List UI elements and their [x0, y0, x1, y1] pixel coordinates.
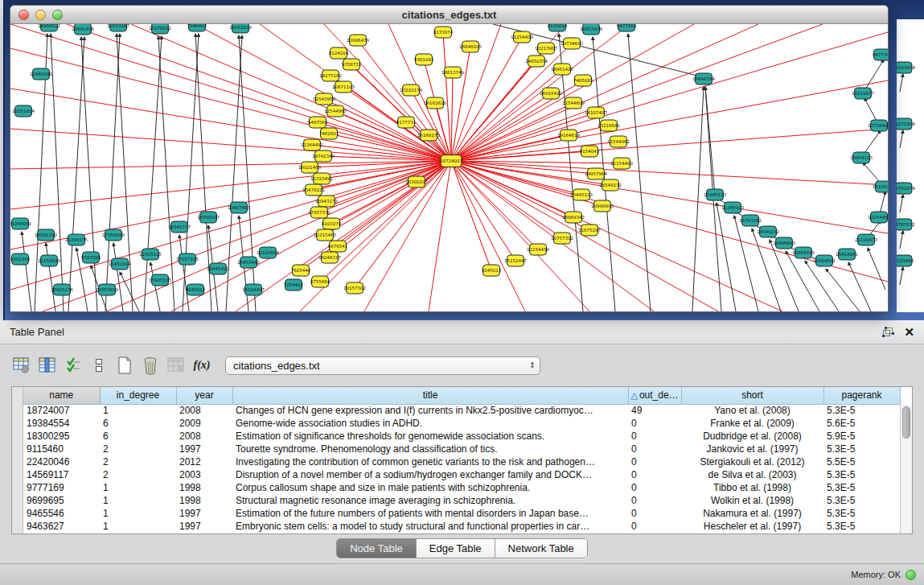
column-header-title[interactable]: title: [232, 387, 628, 404]
cell-pagerank[interactable]: 5.9E-5: [823, 430, 900, 443]
background-network-window[interactable]: 121036541117290415751074167870329129966: [897, 19, 924, 312]
cell-year[interactable]: 2003: [176, 468, 232, 481]
cell-name[interactable]: 9463627: [23, 520, 100, 533]
tab-node-table[interactable]: Node Table: [337, 539, 417, 558]
column-header-year[interactable]: year: [176, 387, 232, 404]
cell-short[interactable]: Franke et al. (2009): [681, 417, 823, 430]
table-grid[interactable]: name in_degree year title △out_de… short…: [23, 387, 912, 534]
tab-network-table[interactable]: Network Table: [495, 539, 587, 558]
cell-year[interactable]: 1997: [176, 507, 232, 520]
cell-year[interactable]: 1997: [176, 520, 232, 533]
cell-out_degree[interactable]: 49: [628, 404, 681, 417]
column-header-in-degree[interactable]: in_degree: [100, 387, 176, 404]
cell-name[interactable]: 9465546: [23, 507, 100, 520]
minimize-window-icon[interactable]: [35, 10, 46, 20]
cell-title[interactable]: Estimation of the future numbers of pati…: [232, 507, 628, 520]
cell-title[interactable]: Corpus callosum shape and size in male p…: [232, 481, 628, 494]
select-columns-icon[interactable]: [37, 355, 58, 376]
cell-in_degree[interactable]: 2: [100, 468, 176, 481]
stacked-rows-icon[interactable]: [88, 355, 109, 376]
cell-name[interactable]: 18724007: [23, 404, 100, 417]
new-table-icon[interactable]: [114, 355, 135, 376]
cell-out_degree[interactable]: 0: [628, 430, 681, 443]
cell-title[interactable]: Disruption of a novel member of a sodium…: [232, 468, 628, 481]
cell-in_degree[interactable]: 1: [100, 507, 176, 520]
table-row[interactable]: 2242004622012Investigating the contribut…: [23, 455, 900, 468]
cell-short[interactable]: Stergiakouli et al. (2012): [681, 455, 823, 468]
tab-edge-table[interactable]: Edge Table: [417, 539, 495, 558]
cell-pagerank[interactable]: 5.6E-5: [823, 417, 900, 430]
cell-out_degree[interactable]: 0: [628, 455, 681, 468]
cell-out_degree[interactable]: 0: [628, 494, 681, 507]
cell-year[interactable]: 2008: [176, 430, 232, 443]
cell-in_degree[interactable]: 2: [100, 443, 176, 455]
cell-short[interactable]: Hescheler et al. (1997): [681, 520, 823, 533]
zoom-window-icon[interactable]: [52, 10, 63, 20]
cell-title[interactable]: Structural magnetic resonance image aver…: [232, 494, 628, 507]
cell-out_degree[interactable]: 0: [628, 443, 681, 455]
row-check-icon[interactable]: [63, 355, 84, 376]
cell-year[interactable]: 2008: [176, 404, 232, 417]
cell-pagerank[interactable]: 5.3E-5: [823, 468, 900, 481]
cell-in_degree[interactable]: 1: [100, 494, 176, 507]
cell-title[interactable]: Estimation of significance thresholds fo…: [232, 430, 628, 443]
column-header-name[interactable]: name: [23, 387, 100, 404]
cell-year[interactable]: 2009: [176, 417, 232, 430]
cell-in_degree[interactable]: 1: [100, 520, 176, 533]
function-builder-icon[interactable]: f(x): [191, 355, 212, 376]
cell-short[interactable]: de Silva et al. (2003): [681, 468, 823, 481]
cell-pagerank[interactable]: 5.3E-5: [823, 507, 900, 520]
window-titlebar[interactable]: citations_edges.txt: [10, 6, 888, 24]
scrollbar-thumb[interactable]: [902, 406, 910, 439]
table-row[interactable]: 1872400712008Changes of HCN gene express…: [23, 404, 900, 417]
table-row[interactable]: 1456911722003Disruption of a novel membe…: [23, 468, 900, 481]
cell-name[interactable]: 18300295: [23, 430, 100, 443]
cell-in_degree[interactable]: 6: [100, 430, 176, 443]
cell-name[interactable]: 9699695: [23, 494, 100, 507]
table-row[interactable]: 946362711997Embryonic stem cells: a mode…: [23, 520, 900, 533]
cell-short[interactable]: Jankovic et al. (1997): [681, 443, 823, 455]
cell-name[interactable]: 9777169: [23, 481, 100, 494]
cell-pagerank[interactable]: 5.5E-5: [823, 455, 900, 468]
cell-pagerank[interactable]: 5.3E-5: [823, 494, 900, 507]
cell-pagerank[interactable]: 5.3E-5: [823, 481, 900, 494]
vertical-scrollbar[interactable]: [900, 405, 912, 534]
cell-short[interactable]: Dudbridge et al. (2008): [681, 430, 823, 443]
table-row[interactable]: 969969511998Structural magnetic resonanc…: [23, 494, 900, 507]
cell-short[interactable]: Nakamura et al. (1997): [681, 507, 823, 520]
column-header-out-degree[interactable]: △out_de…: [628, 387, 681, 404]
table-row[interactable]: 1830029562008Estimation of significance …: [23, 430, 900, 443]
cell-out_degree[interactable]: 0: [628, 468, 681, 481]
table-row[interactable]: 946554611997Estimation of the future num…: [23, 507, 900, 520]
cell-in_degree[interactable]: 1: [100, 404, 176, 417]
cell-year[interactable]: 2012: [176, 455, 232, 468]
column-header-short[interactable]: short: [681, 387, 823, 404]
cell-out_degree[interactable]: 0: [628, 417, 681, 430]
cell-short[interactable]: Yano et al. (2008): [681, 404, 823, 417]
cell-year[interactable]: 1998: [176, 494, 232, 507]
cell-name[interactable]: 9115460: [23, 443, 100, 455]
close-window-icon[interactable]: [18, 10, 29, 20]
cell-year[interactable]: 1998: [176, 481, 232, 494]
cell-pagerank[interactable]: 5.3E-5: [823, 443, 900, 455]
cell-short[interactable]: Wolkin et al. (1998): [681, 494, 823, 507]
cell-title[interactable]: Tourette syndrome. Phenomenology and cla…: [232, 443, 628, 455]
table-row[interactable]: 911546021997Tourette syndrome. Phenomeno…: [23, 443, 900, 455]
network-view-window[interactable]: citations_edges.txt 19956512206914061055…: [10, 5, 889, 312]
cell-pagerank[interactable]: 5.3E-5: [823, 520, 900, 533]
cell-name[interactable]: 19384554: [23, 417, 100, 430]
cell-title[interactable]: Genome-wide association studies in ADHD.: [232, 417, 628, 430]
cell-out_degree[interactable]: 0: [628, 520, 681, 533]
cell-name[interactable]: 14569117: [23, 468, 100, 481]
cell-in_degree[interactable]: 6: [100, 417, 176, 430]
cell-in_degree[interactable]: 1: [100, 481, 176, 494]
delete-row-icon[interactable]: [140, 355, 161, 376]
cell-title[interactable]: Investigating the contribution of common…: [232, 455, 628, 468]
column-header-pagerank[interactable]: pagerank: [823, 387, 900, 404]
table-selector-dropdown[interactable]: citations_edges.txt ▲▼: [225, 356, 540, 375]
cell-year[interactable]: 1997: [176, 443, 232, 455]
cell-out_degree[interactable]: 0: [628, 481, 681, 494]
float-panel-icon[interactable]: [882, 327, 894, 337]
close-panel-icon[interactable]: ✕: [904, 326, 914, 338]
cell-pagerank[interactable]: 5.3E-5: [823, 404, 900, 417]
